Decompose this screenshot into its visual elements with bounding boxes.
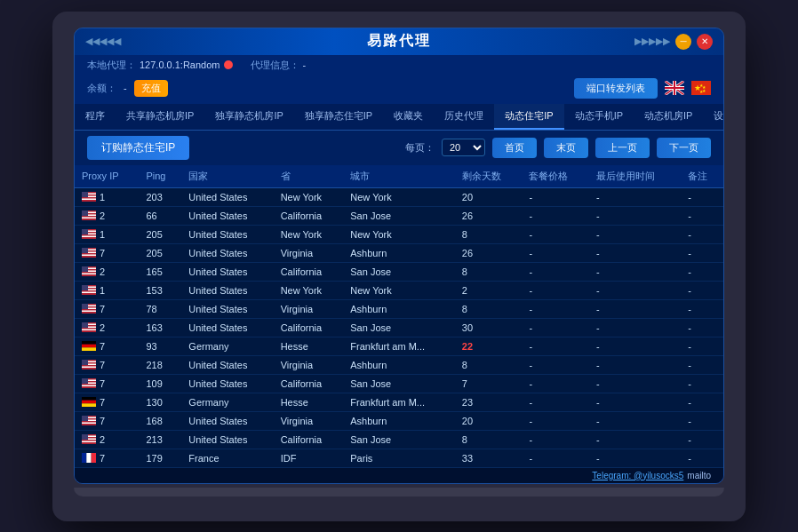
cell-days: 23	[455, 393, 523, 411]
col-country: 国家	[181, 165, 273, 188]
cell-ping: 78	[139, 299, 181, 318]
svg-rect-67	[82, 360, 88, 365]
cell-proxy-ip: 2	[75, 206, 139, 225]
svg-rect-26	[82, 236, 96, 238]
tab-history[interactable]: 历史代理	[434, 104, 494, 130]
cell-state: Virginia	[274, 411, 344, 430]
table-row[interactable]: 2 165 United States California San Jose …	[75, 262, 723, 281]
proxy-info-value: -	[303, 60, 307, 70]
last-page-button[interactable]: 末页	[544, 138, 588, 158]
tab-dynamic-mobile[interactable]: 动态手机IP	[564, 104, 634, 130]
table-row[interactable]: 1 205 United States New York New York 8 …	[75, 225, 723, 243]
cell-note: -	[681, 281, 723, 299]
proxy-info-label: 代理信息：	[251, 59, 299, 72]
table-row[interactable]: 2 213 United States California San Jose …	[75, 430, 723, 449]
tab-dynamic-res[interactable]: 动态住宅IP	[494, 104, 563, 130]
cell-price: -	[522, 243, 589, 262]
cell-note: -	[681, 430, 723, 449]
table-row[interactable]: 7 179 France IDF Paris 33 - - -	[75, 449, 723, 467]
cell-state: California	[274, 430, 344, 449]
cell-city: Paris	[343, 449, 455, 467]
language-uk-flag[interactable]	[665, 81, 684, 95]
cell-note: -	[681, 355, 723, 374]
cell-proxy-ip: 7	[75, 337, 139, 355]
cell-last-used: -	[589, 374, 681, 393]
cell-days: 26	[455, 206, 523, 225]
prev-page-button[interactable]: 上一页	[595, 138, 650, 158]
mailto-link[interactable]: mailto	[687, 471, 711, 480]
cell-city: Ashburn	[343, 243, 455, 262]
table-row[interactable]: 7 130 Germany Hesse Frankfurt am M... 23…	[75, 393, 723, 411]
cell-days: 8	[455, 355, 523, 374]
cell-last-used: -	[589, 393, 681, 411]
cell-country: United States	[181, 225, 273, 243]
cell-ping: 130	[139, 393, 181, 411]
cell-last-used: -	[589, 206, 681, 225]
cell-price: -	[522, 355, 589, 374]
cell-country: United States	[181, 430, 273, 449]
table-row[interactable]: 2 66 United States California San Jose 2…	[75, 206, 723, 225]
cell-country: United States	[181, 206, 273, 225]
tab-settings[interactable]: 设置	[703, 104, 724, 130]
svg-rect-58	[82, 322, 88, 328]
cell-ping: 93	[139, 337, 181, 355]
table-row[interactable]: 7 168 United States Virginia Ashburn 20 …	[75, 411, 723, 430]
balance-label: 余额：	[87, 82, 116, 95]
tab-shared-static[interactable]: 共享静态机房IP	[116, 104, 204, 130]
svg-rect-61	[82, 347, 96, 351]
svg-rect-88	[82, 434, 88, 440]
cell-ping: 205	[139, 225, 181, 243]
table-row[interactable]: 7 218 United States Virginia Ashburn 8 -…	[75, 355, 723, 374]
telegram-link[interactable]: Telegram: @yilusocks5	[592, 471, 683, 480]
cell-proxy-ip: 1	[75, 225, 139, 243]
table-row[interactable]: 1 203 United States New York New York 20…	[75, 187, 723, 206]
buy-static-res-button[interactable]: 订购静态住宅IP	[87, 136, 189, 160]
cell-proxy-ip: 2	[75, 430, 139, 449]
table-row[interactable]: 1 153 United States New York New York 2 …	[75, 281, 723, 299]
svg-rect-74	[82, 397, 96, 401]
tab-favorites[interactable]: 收藏夹	[383, 104, 434, 130]
local-proxy-info: 本地代理： 127.0.0.1:Random	[87, 59, 233, 72]
cell-days: 2	[455, 281, 523, 299]
info-bar: 本地代理： 127.0.0.1:Random 代理信息： -	[75, 55, 723, 75]
cell-days: 8	[455, 225, 523, 243]
port-list-button[interactable]: 端口转发列表	[574, 78, 658, 99]
cell-proxy-ip: 1	[75, 281, 139, 299]
close-button[interactable]: ✕	[697, 34, 713, 50]
language-cn-flag[interactable]: ★ ★ ★ ★ ★	[691, 81, 711, 95]
svg-rect-38	[82, 274, 96, 275]
table-row[interactable]: 7 109 United States California San Jose …	[75, 374, 723, 393]
cell-last-used: -	[589, 449, 681, 467]
minimize-button[interactable]: ─	[675, 34, 691, 50]
cell-state: California	[274, 318, 344, 337]
next-page-button[interactable]: 下一页	[657, 138, 711, 158]
table-row[interactable]: 7 93 Germany Hesse Frankfurt am M... 22 …	[75, 337, 723, 355]
cell-ping: 165	[139, 262, 181, 281]
svg-rect-59	[82, 341, 96, 345]
cell-note: -	[681, 374, 723, 393]
cell-ping: 153	[139, 281, 181, 299]
cell-ping: 218	[139, 355, 181, 374]
svg-rect-45	[82, 293, 96, 295]
cell-days: 22	[455, 337, 523, 355]
svg-rect-91	[92, 453, 96, 463]
cell-note: -	[681, 411, 723, 430]
svg-rect-90	[86, 453, 91, 463]
table-row[interactable]: 2 163 United States California San Jose …	[75, 318, 723, 337]
cell-city: San Jose	[343, 430, 455, 449]
cell-state: New York	[274, 187, 344, 206]
per-page-select[interactable]: 10 20 50 100	[442, 139, 485, 156]
cell-last-used: -	[589, 187, 681, 206]
tab-program[interactable]: 程序	[75, 104, 116, 130]
table-row[interactable]: 7 78 United States Virginia Ashburn 8 - …	[75, 299, 723, 318]
tab-exclusive-static-res[interactable]: 独享静态住宅IP	[294, 104, 383, 130]
cell-ping: 203	[139, 187, 181, 206]
first-page-button[interactable]: 首页	[492, 138, 537, 158]
recharge-button[interactable]: 充值	[134, 80, 168, 97]
table-row[interactable]: 7 205 United States Virginia Ashburn 26 …	[75, 243, 723, 262]
col-days: 剩余天数	[455, 165, 523, 188]
tab-exclusive-static[interactable]: 独享静态机房IP	[204, 104, 293, 130]
cell-price: -	[522, 393, 589, 411]
cell-last-used: -	[589, 355, 681, 374]
tab-dynamic-datacenter[interactable]: 动态机房IP	[634, 104, 703, 130]
